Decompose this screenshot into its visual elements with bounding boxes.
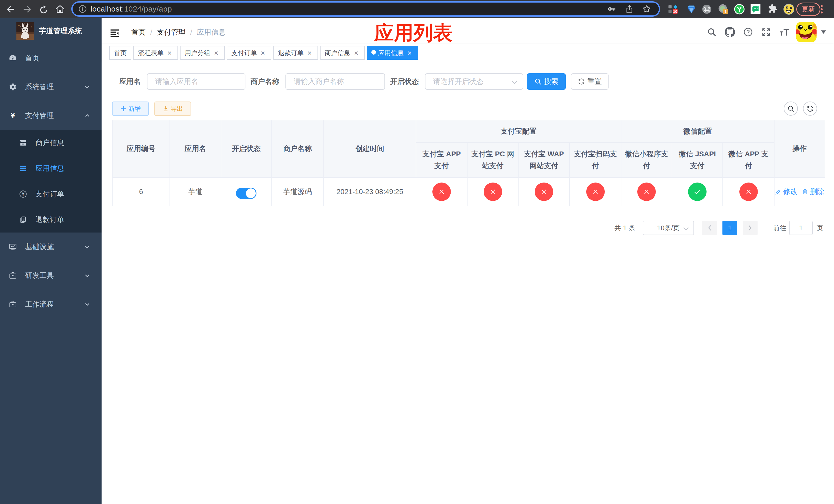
svg-text:¥: ¥ xyxy=(22,191,24,197)
svg-text:¥: ¥ xyxy=(11,112,15,119)
svg-text:10: 10 xyxy=(673,9,677,14)
svg-text:1: 1 xyxy=(724,9,727,14)
